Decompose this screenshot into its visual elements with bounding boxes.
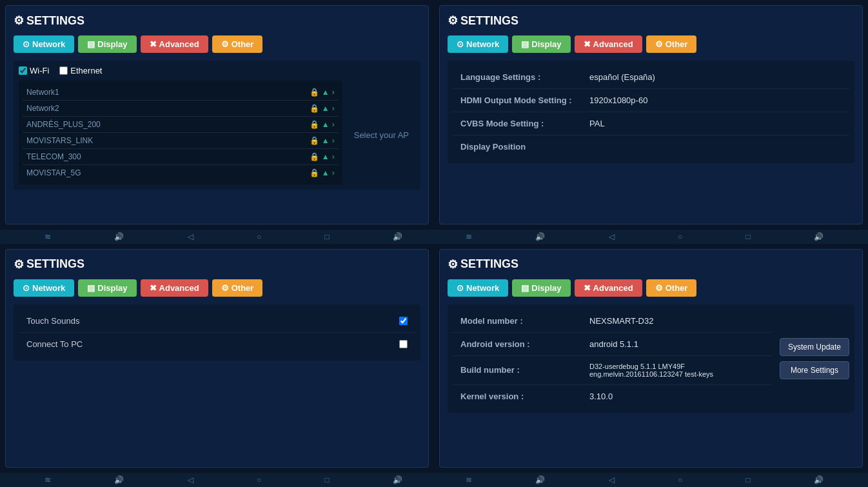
taskbar-bottom-volume-icon-2[interactable]: 🔊	[393, 475, 402, 484]
tab-advanced-br[interactable]: ✖ Advanced	[575, 279, 642, 297]
tab-network-bl[interactable]: ⊙ Network	[14, 279, 74, 297]
arrow-icon-2: ›	[332, 104, 335, 113]
lock-icon-2: 🔒	[310, 104, 319, 113]
wifi-item-1[interactable]: Network1 🔒 ▲ ›	[23, 84, 339, 101]
display-label-2: HDMI Output Mode Setting :	[460, 95, 589, 105]
signal-icon-6: ▲	[322, 168, 330, 177]
panel-bottom-right: ⚙ SETTINGS ⊙ Network ▤ Display ✖ Advance…	[439, 249, 863, 468]
taskbar-bottom-home-icon-1[interactable]: ○	[257, 475, 261, 484]
title-text-bl: SETTINGS	[26, 257, 84, 271]
wifi-item-4[interactable]: MOVISTARS_LINK 🔒 ▲ ›	[23, 133, 339, 149]
touch-sounds-checkbox[interactable]	[399, 317, 408, 325]
taskbar-home-icon-2[interactable]: ○	[678, 232, 682, 241]
about-row-3: Build number : D32-userdebug 5.1.1 LMY49…	[453, 356, 772, 385]
taskbar-menu-icon[interactable]: ≋	[44, 232, 51, 241]
taskbar-bottom-volume-icon-3[interactable]: 🔊	[535, 475, 545, 484]
taskbar-volume-icon-4[interactable]: 🔊	[814, 232, 824, 241]
display-row-2[interactable]: HDMI Output Mode Setting : 1920x1080p-60	[453, 89, 849, 112]
tab-other-br[interactable]: ⚙ Other	[646, 279, 697, 297]
model-label: Model number :	[460, 316, 589, 326]
system-update-button[interactable]: System Update	[780, 338, 849, 356]
about-row-1: Model number : NEXSMART-D32	[453, 310, 772, 333]
tab-network-br[interactable]: ⊙ Network	[448, 279, 508, 297]
taskbar-recent-icon-2[interactable]: □	[745, 232, 750, 241]
wifi-checkbox[interactable]	[19, 66, 27, 75]
kernel-value: 3.10.0	[589, 392, 613, 401]
other-icon-tr: ⚙	[655, 39, 663, 49]
about-area: Model number : NEXSMART-D32 Android vers…	[453, 310, 849, 408]
lock-icon-6: 🔒	[310, 168, 319, 177]
tab-other-tl[interactable]: ⚙ Other	[212, 35, 263, 53]
tab-network-tl[interactable]: ⊙ Network	[14, 35, 74, 53]
wifi-header: Wi-Fi Ethernet	[19, 66, 415, 75]
android-value: android 5.1.1	[589, 339, 638, 349]
display-row-4[interactable]: Display Position	[453, 135, 849, 158]
display-row-3[interactable]: CVBS Mode Setting : PAL	[453, 112, 849, 135]
display-label-1: Language Settings :	[460, 72, 589, 82]
network-icon-br: ⊙	[457, 283, 464, 293]
tab-advanced-tl[interactable]: ✖ Advanced	[141, 35, 208, 53]
arrow-icon-6: ›	[332, 168, 335, 177]
settings-title-tl: ⚙ SETTINGS	[14, 14, 420, 28]
advanced-icon-tl: ✖	[150, 39, 157, 49]
panel-top-left: ⚙ SETTINGS ⊙ Network ▤ Display ✖ Advance…	[5, 5, 429, 224]
taskbar-bottom-menu-icon-2[interactable]: ≋	[466, 475, 472, 484]
tab-network-tr[interactable]: ⊙ Network	[448, 35, 508, 53]
tab-other-bl[interactable]: ⚙ Other	[212, 279, 263, 297]
wifi-option-ethernet[interactable]: Ethernet	[59, 66, 102, 75]
ethernet-checkbox[interactable]	[59, 66, 68, 75]
gear-icon-bl: ⚙	[14, 257, 24, 272]
taskbar-volume-icon-1[interactable]: 🔊	[114, 232, 124, 241]
taskbar-bottom-volume-icon-1[interactable]: 🔊	[114, 475, 124, 484]
tab-advanced-tr[interactable]: ✖ Advanced	[575, 35, 642, 53]
about-row-4: Kernel version : 3.10.0	[453, 385, 772, 408]
taskbar-bottom-back-icon-1[interactable]: ◁	[188, 475, 193, 484]
wifi-item-3[interactable]: ANDRÉS_PLUS_200 🔒 ▲ ›	[23, 117, 339, 133]
taskbar-bottom-menu-icon[interactable]: ≋	[44, 475, 51, 484]
tab-advanced-bl[interactable]: ✖ Advanced	[141, 279, 208, 297]
taskbar-bottom-recent-icon-1[interactable]: □	[324, 475, 329, 484]
taskbar-bottom-home-icon-2[interactable]: ○	[678, 475, 682, 484]
display-icon-br: ▤	[521, 283, 529, 293]
tab-display-br[interactable]: ▤ Display	[512, 279, 570, 297]
tab-display-tr[interactable]: ▤ Display	[512, 35, 570, 53]
tab-display-tl[interactable]: ▤ Display	[78, 35, 136, 53]
lock-icon-1: 🔒	[310, 88, 319, 97]
more-settings-button[interactable]: More Settings	[780, 361, 849, 379]
connect-pc-checkbox[interactable]	[399, 340, 408, 348]
tab-bar-tl: ⊙ Network ▤ Display ✖ Advanced ⚙ Other	[14, 35, 420, 53]
wifi-area: Network1 🔒 ▲ › Network2 🔒 ▲ ›	[19, 81, 415, 184]
kernel-label: Kernel version :	[460, 392, 589, 401]
arrow-icon-1: ›	[332, 88, 335, 97]
advanced-row-1[interactable]: Touch Sounds	[19, 310, 415, 333]
wifi-item-6[interactable]: MOVISTAR_5G 🔒 ▲ ›	[23, 165, 339, 181]
wifi-item-5[interactable]: TELECOM_300 🔒 ▲ ›	[23, 149, 339, 165]
display-content-tr: Language Settings : español (España) HDM…	[448, 61, 854, 163]
wifi-item-2[interactable]: Network2 🔒 ▲ ›	[23, 101, 339, 117]
taskbar-back-icon-2[interactable]: ◁	[609, 232, 615, 241]
display-value-2: 1920x1080p-60	[589, 95, 647, 105]
taskbar-home-icon-1[interactable]: ○	[257, 232, 261, 241]
signal-icon-1: ▲	[322, 88, 330, 97]
bottom-row: ⚙ SETTINGS ⊙ Network ▤ Display ✖ Advance…	[0, 244, 868, 473]
taskbar-bottom-back-icon-2[interactable]: ◁	[609, 475, 615, 484]
display-row-1[interactable]: Language Settings : español (España)	[453, 66, 849, 89]
lock-icon-4: 🔒	[310, 136, 319, 145]
advanced-row-2[interactable]: Connect To PC	[19, 333, 415, 355]
wifi-list: Network1 🔒 ▲ › Network2 🔒 ▲ ›	[19, 81, 342, 184]
taskbar-back-icon-1[interactable]: ◁	[188, 232, 193, 241]
taskbar-volume-icon-2[interactable]: 🔊	[393, 232, 402, 241]
lock-icon-3: 🔒	[310, 120, 319, 129]
build-label: Build number :	[460, 365, 589, 375]
taskbar-volume-icon-3[interactable]: 🔊	[535, 232, 545, 241]
taskbar-bottom-recent-icon-2[interactable]: □	[745, 475, 750, 484]
taskbar-bottom-volume-icon-4[interactable]: 🔊	[814, 475, 824, 484]
wifi-option-wifi[interactable]: Wi-Fi	[19, 66, 49, 75]
taskbar-recent-icon-1[interactable]: □	[324, 232, 329, 241]
display-value-1: español (España)	[589, 72, 655, 82]
taskbar-menu-icon-2[interactable]: ≋	[466, 232, 472, 241]
network-icon-tl: ⊙	[23, 39, 30, 49]
tab-other-tr[interactable]: ⚙ Other	[646, 35, 697, 53]
signal-icon-3: ▲	[322, 120, 330, 129]
tab-display-bl[interactable]: ▤ Display	[78, 279, 136, 297]
